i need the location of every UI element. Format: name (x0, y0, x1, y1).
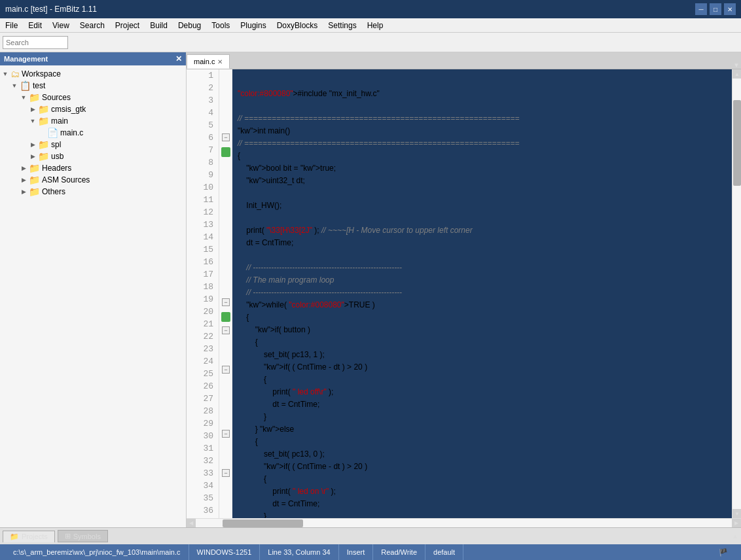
tree-item-main[interactable]: ▼📁main (0, 115, 186, 127)
code-line-15: // -------------------------------------… (238, 262, 727, 274)
hscroll-thumb[interactable] (223, 519, 303, 527)
tree-item-headers[interactable]: ▶📁Headers (0, 162, 186, 174)
code-line-9 (238, 187, 727, 200)
line-number-2: 2 (192, 82, 213, 94)
menu-item-search[interactable]: Search (75, 18, 110, 32)
code-line-18: "kw">while( "color:#008080">TRUE ) (238, 299, 727, 311)
tree-toggle[interactable]: ▶ (18, 188, 29, 195)
gutter: −−−−−− (219, 69, 232, 518)
tab-main-c[interactable]: main.c ✕ (187, 54, 230, 69)
tree-item-others[interactable]: ▶📁Others (0, 186, 186, 198)
code-line-34: dt = CntTime; (238, 498, 727, 510)
close-panel-button[interactable]: ✕ (175, 54, 182, 63)
tree-toggle[interactable]: ▶ (27, 106, 38, 113)
fold-marker-6[interactable]: − (222, 133, 230, 141)
tree-toggle[interactable]: ▼ (9, 82, 20, 89)
gutter-line-28 (219, 415, 232, 428)
tree-toggle[interactable]: ▶ (27, 153, 38, 160)
gutter-line-23 (219, 351, 232, 364)
fold-marker-19[interactable]: − (222, 298, 230, 306)
fold-marker-24[interactable]: − (222, 366, 230, 374)
tree-toggle[interactable]: ▶ (18, 165, 29, 171)
scroll-track (732, 79, 741, 509)
tree-toggle[interactable]: ▶ (18, 177, 29, 183)
tab-close-button[interactable]: ✕ (217, 58, 223, 65)
scroll-down-button[interactable]: ▼ (732, 509, 741, 518)
tree-item-asm-sources[interactable]: ▶📁ASM Sources (0, 174, 186, 186)
tree-toggle[interactable]: ▶ (27, 141, 38, 148)
hscroll-track (196, 519, 732, 528)
hscroll-left-button[interactable]: ◀ (187, 519, 196, 528)
tab-projects[interactable]: 📁 Projects (3, 531, 55, 542)
code-line-13: dt = CntTime; (238, 237, 727, 249)
tab-symbols[interactable]: ⊞ Symbols (58, 530, 108, 542)
close-button[interactable]: ✕ (724, 3, 736, 15)
gutter-line-6: − (219, 133, 232, 146)
gutter-line-21: − (219, 326, 232, 339)
tree-item-label: test (33, 81, 45, 90)
menu-item-doxyblocks[interactable]: DoxyBlocks (272, 18, 323, 32)
maximize-button[interactable]: □ (710, 3, 721, 15)
fold-marker-32[interactable]: − (222, 469, 230, 477)
menu-item-tools[interactable]: Tools (206, 18, 235, 32)
hscroll-right-button[interactable]: ▶ (732, 519, 741, 528)
code-line-24: { (238, 374, 727, 386)
menu-item-plugins[interactable]: Plugins (235, 18, 271, 32)
line-number-6: 6 (192, 131, 213, 144)
tree-toggle[interactable]: ▼ (18, 94, 29, 101)
search-input[interactable] (3, 36, 68, 49)
fold-marker-21[interactable]: − (222, 326, 230, 334)
folder-icon: 📁 (38, 104, 49, 114)
menu-item-debug[interactable]: Debug (173, 18, 206, 32)
symbols-icon: ⊞ (65, 532, 71, 540)
line-number-4: 4 (192, 107, 213, 119)
line-number-24: 24 (192, 355, 213, 368)
code-lines[interactable]: "color:#800080">#include "mx_init_hw.c" … (232, 69, 732, 518)
tree-item-cmsis_gtk[interactable]: ▶📁cmsis_gtk (0, 103, 186, 115)
gutter-line-14 (219, 234, 232, 247)
folder-icon: 📁 (29, 175, 40, 185)
workspace-icon: 🗂 (10, 69, 20, 79)
menu-item-file[interactable]: File (0, 18, 23, 32)
tree-item-spl[interactable]: ▶📁spl (0, 139, 186, 150)
tree-item-test[interactable]: ▼📋test (0, 80, 186, 92)
code-line-27: } (238, 411, 727, 423)
tree-item-label: main.c (60, 128, 83, 137)
line-number-28: 28 (192, 405, 213, 417)
line-number-17: 17 (192, 268, 213, 281)
tree-item-sources[interactable]: ▼📁Sources (0, 92, 186, 103)
status-position: Line 33, Column 34 (260, 544, 338, 560)
status-profile: default (425, 544, 463, 560)
tree-toggle[interactable]: ▼ (0, 71, 10, 77)
gutter-line-20 (219, 312, 232, 324)
scroll-up-button[interactable]: ▲ (732, 69, 741, 79)
line-number-5: 5 (192, 119, 213, 131)
menu-item-build[interactable]: Build (145, 18, 173, 32)
tree-item-usb[interactable]: ▶📁usb (0, 150, 186, 162)
editor-dropdown-button[interactable]: ▼ (732, 61, 741, 69)
code-line-3: // =====================================… (238, 113, 727, 125)
tree-item-main.c[interactable]: 📄main.c (0, 127, 186, 139)
vertical-scrollbar[interactable]: ▲ ▼ (732, 69, 741, 518)
tree-item-workspace[interactable]: ▼🗂Workspace (0, 68, 186, 80)
bottom-expand-button[interactable]: ▲ (732, 533, 738, 540)
line-number-19: 19 (192, 293, 213, 306)
menu-item-settings[interactable]: Settings (323, 18, 361, 32)
tree-toggle[interactable]: ▼ (27, 118, 38, 124)
horizontal-scrollbar[interactable]: ◀ ▶ (187, 518, 741, 527)
menu-item-help[interactable]: Help (362, 18, 389, 32)
statusbar: c:\s\_arm_beremiz\wx\_prj\nioc_fw_103\ma… (0, 544, 741, 560)
line-number-27: 27 (192, 393, 213, 405)
scroll-thumb[interactable] (733, 100, 741, 186)
code-line-28: } "kw">else (238, 423, 727, 436)
menu-item-project[interactable]: Project (110, 18, 145, 32)
code-line-14 (238, 249, 727, 262)
line-number-18: 18 (192, 281, 213, 293)
menu-item-edit[interactable]: Edit (23, 18, 47, 32)
fold-marker-29[interactable]: − (222, 430, 230, 438)
line-number-10: 10 (192, 181, 213, 194)
status-flag: 🏴 (711, 544, 736, 560)
minimize-button[interactable]: ─ (695, 3, 707, 15)
code-line-35: } (238, 510, 727, 518)
menu-item-view[interactable]: View (47, 18, 75, 32)
